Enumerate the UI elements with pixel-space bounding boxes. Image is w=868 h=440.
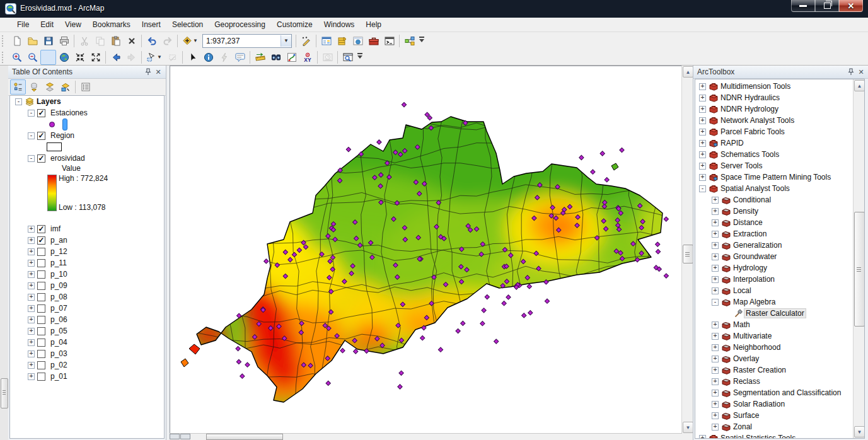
close-button[interactable]: ✕ [839,0,863,12]
arctoolbox-button[interactable] [366,33,381,49]
layer-checkbox[interactable]: ✓ [37,236,45,245]
expand-icon[interactable]: + [712,219,719,226]
layer-checkbox[interactable] [37,339,45,347]
toc-row-p-12[interactable]: +p_12 [10,246,164,257]
expand-icon[interactable]: + [699,95,706,101]
expand-icon[interactable]: + [28,305,35,312]
expand-icon[interactable]: + [28,373,35,380]
collapse-icon[interactable]: - [28,155,35,162]
collapse-icon[interactable]: - [712,299,719,306]
expand-icon[interactable]: + [712,197,719,204]
expand-icon[interactable]: + [28,237,35,244]
hyperlink-button[interactable] [216,50,232,65]
layer-label-p-an[interactable]: p_an [49,236,69,245]
expand-icon[interactable]: + [712,390,719,397]
arctoolbox-header[interactable]: ArcToolbox ✕ [693,66,868,79]
tool-label-interpolation[interactable]: Interpolation [731,275,777,284]
layer-label-p-08[interactable]: p_08 [49,292,69,301]
delete-button[interactable] [124,33,139,49]
toc-row[interactable] [10,141,164,153]
time-slider-button[interactable] [320,50,335,65]
list-by-source-button[interactable] [26,79,42,95]
layout-view-button[interactable] [180,434,190,439]
restore-button[interactable] [815,0,839,12]
layer-label-p-10[interactable]: p_10 [49,270,69,279]
toc-row-p-10[interactable]: +p_10 [10,269,164,280]
toolbox-row-conditional[interactable]: +Conditional [695,194,853,206]
toolbox-row-server-tools[interactable]: +Server Tools [695,160,853,171]
toc-window-button[interactable] [318,33,334,49]
expand-icon[interactable]: + [712,208,719,215]
expand-icon[interactable]: + [28,271,35,278]
toolbox-row-local[interactable]: +Local [695,285,853,296]
arctoolbox-scrollbar[interactable]: ▲ ▼ [853,79,864,438]
open-folder-button[interactable] [25,33,40,49]
toolbox-row-neighborhood[interactable]: +Neighborhood [695,342,853,353]
list-by-visibility-button[interactable] [42,79,57,95]
layer-checkbox[interactable] [37,327,45,335]
catalog-window-button[interactable] [350,33,366,49]
tool-label-solar-radiation[interactable]: Solar Radiation [731,400,787,408]
tool-label-raster-calculator[interactable]: Raster Calculator [744,308,806,318]
expand-icon[interactable]: + [28,294,35,301]
tool-label-conditional[interactable]: Conditional [731,195,773,204]
toc-row-estaciones[interactable]: -✓Estaciones [10,107,164,119]
editor-pencil-button[interactable] [298,33,314,49]
expand-icon[interactable]: + [712,378,719,385]
layer-checkbox[interactable] [37,293,45,301]
toc-row-layers[interactable]: -Layers [10,96,164,107]
expand-icon[interactable]: + [28,282,35,289]
toc-row-p-09[interactable]: +p_09 [10,280,164,291]
expand-icon[interactable]: + [699,117,706,124]
close-panel-icon[interactable]: ✕ [153,67,163,77]
tool-label-generalization[interactable]: Generalization [731,241,784,250]
add-catalog-button[interactable] [334,33,350,49]
close-panel-icon[interactable]: ✕ [856,67,866,77]
layer-checkbox[interactable] [37,304,45,313]
toc-row-p-07[interactable]: +p_07 [10,303,164,314]
tool-label-math[interactable]: Math [731,320,752,329]
toc-row-p-an[interactable]: +✓p_an [10,234,164,246]
layer-checkbox[interactable]: ✓ [37,132,45,140]
toolbox-row-interpolation[interactable]: +Interpolation [695,274,853,285]
go-to-xy-button[interactable]: XY [299,50,315,65]
toc-row-p-01[interactable]: +p_01 [10,371,164,382]
layer-label-p-12[interactable]: p_12 [49,247,69,256]
expand-icon[interactable]: + [699,140,706,147]
layer-checkbox[interactable] [37,373,45,381]
save-button[interactable] [40,33,56,49]
pin-icon[interactable] [846,67,856,77]
toolbox-row-rapid[interactable]: +RAPID [695,137,853,149]
list-by-selection-button[interactable] [57,79,73,95]
toolbox-row-groundwater[interactable]: +Groundwater [695,251,853,262]
html-popup-button[interactable] [232,50,248,65]
layer-label-erosividad[interactable]: erosividad [49,154,87,163]
expand-icon[interactable]: + [712,412,719,419]
expand-icon[interactable]: + [712,367,719,374]
expand-icon[interactable]: + [699,174,706,181]
expand-icon[interactable]: + [699,163,706,170]
expand-icon[interactable]: + [28,260,35,267]
toolbox-row-map-algebra[interactable]: -Map Algebra [695,296,853,308]
toc-options-button[interactable] [78,79,93,95]
expand-icon[interactable]: + [712,401,719,408]
map-hscrollbar-thumb[interactable] [206,434,283,440]
layer-checkbox[interactable]: ✓ [37,225,45,233]
toolbox-row-raster-calculator[interactable]: Raster Calculator [695,308,853,319]
toolbar-overflow-icon[interactable] [417,34,425,48]
layer-checkbox[interactable] [37,316,45,324]
layer-label-region[interactable]: Region [49,131,76,140]
add-data-button[interactable]: ▼ [180,33,200,49]
toc-row-erosividad[interactable]: -✓erosividad [10,153,164,164]
select-elements-button[interactable] [185,50,200,65]
menu-help[interactable]: Help [360,18,387,32]
toolbox-row-hydrology[interactable]: +Hydrology [695,262,853,274]
title-bar[interactable]: Erosividad.mxd - ArcMap ✕ [0,0,868,18]
toolbox-row-parcel-fabric-tools[interactable]: +Parcel Fabric Tools [695,126,853,137]
map-scrollbar-thumb[interactable] [683,245,693,263]
print-button[interactable] [56,33,72,49]
toolbar-grip[interactable] [2,52,6,63]
map-vertical-scrollbar[interactable]: ▲ ▼ [681,66,693,434]
scroll-down-icon[interactable]: ▼ [854,426,865,437]
clear-selection-button[interactable] [165,50,180,65]
